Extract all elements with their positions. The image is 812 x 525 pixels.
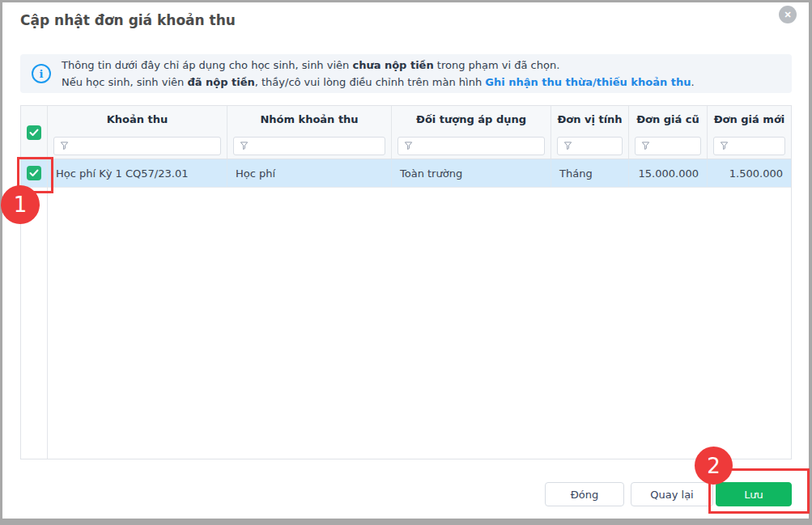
info-line2-text2: , thầy/cô vui lòng điều chỉnh trên màn h…	[255, 76, 486, 88]
column-header-don-gia-cu[interactable]: Đơn giá cũ	[629, 106, 708, 133]
checkmark-icon	[29, 169, 39, 177]
save-button[interactable]: Lưu	[716, 482, 792, 506]
filter-cell	[48, 133, 227, 159]
cell-don-gia-moi[interactable]: 1.500.000	[708, 159, 791, 187]
row-select-cell	[21, 159, 47, 188]
info-line-2: Nếu học sinh, sinh viên đã nộp tiền, thầ…	[62, 74, 695, 91]
info-line1-text: Thông tin dưới đây chỉ áp dụng cho học s…	[62, 59, 352, 71]
info-banner: i Thông tin dưới đây chỉ áp dụng cho học…	[20, 54, 792, 93]
info-line-1: Thông tin dưới đây chỉ áp dụng cho học s…	[62, 57, 695, 74]
link-ghi-nhan-thu-thua-thieu[interactable]: Ghi nhận thu thừa/thiếu khoản thu	[485, 76, 691, 88]
cell-nhom-khoan-thu: Học phí	[227, 159, 392, 187]
filter-icon	[563, 141, 572, 150]
filter-icon	[240, 141, 249, 150]
column-header-doi-tuong-ap-dung[interactable]: Đối tượng áp dụng	[392, 106, 551, 133]
table-main: Khoản thu Nhóm khoản thu Đối tượng áp dụ…	[48, 106, 791, 459]
filter-cell	[392, 133, 551, 159]
cell-khoan-thu: Học phí Kỳ 1 CQ57/23.01	[48, 159, 227, 187]
filter-input-doi-tuong-ap-dung[interactable]	[397, 137, 545, 155]
filter-input-nhom-khoan-thu[interactable]	[233, 137, 385, 155]
cell-don-gia-cu: 15.000.000	[629, 159, 708, 187]
select-all-checkbox[interactable]	[27, 125, 41, 140]
update-price-dialog: Cập nhật đơn giá khoản thu ✕ i Thông tin…	[0, 0, 812, 525]
cell-doi-tuong-ap-dung: Toàn trường	[392, 159, 551, 187]
info-banner-text: Thông tin dưới đây chỉ áp dụng cho học s…	[62, 57, 695, 91]
select-all-cell	[21, 106, 47, 159]
info-line1-bold: chưa nộp tiền	[352, 59, 433, 71]
close-button[interactable]: Đóng	[545, 482, 624, 506]
checkmark-icon	[29, 129, 39, 137]
column-header-don-vi-tinh[interactable]: Đơn vị tính	[551, 106, 629, 133]
column-header-don-gia-moi[interactable]: Đơn giá mới	[708, 106, 791, 133]
dialog-title: Cập nhật đơn giá khoản thu	[20, 12, 236, 28]
filter-icon	[60, 141, 69, 150]
row-checkbox[interactable]	[27, 166, 41, 180]
filter-icon	[641, 141, 650, 150]
close-icon[interactable]: ✕	[779, 6, 797, 23]
filter-cell	[227, 133, 392, 159]
table-header-row: Khoản thu Nhóm khoản thu Đối tượng áp dụ…	[48, 106, 791, 133]
table-row[interactable]: Học phí Kỳ 1 CQ57/23.01 Học phí Toàn trư…	[48, 159, 791, 188]
column-header-khoan-thu[interactable]: Khoản thu	[48, 106, 227, 133]
filter-input-don-vi-tinh[interactable]	[557, 137, 623, 155]
checkbox-column	[21, 106, 48, 459]
info-line2-period: .	[691, 76, 694, 88]
filter-input-khoan-thu[interactable]	[53, 137, 221, 155]
filter-input-don-gia-cu[interactable]	[635, 137, 701, 155]
filter-input-don-gia-moi[interactable]	[713, 137, 785, 155]
info-line1-text2: trong phạm vi đã chọn.	[434, 59, 560, 71]
filter-icon	[720, 141, 729, 150]
fee-table: Khoản thu Nhóm khoản thu Đối tượng áp dụ…	[20, 105, 792, 459]
info-line2-text: Nếu học sinh, sinh viên	[62, 76, 187, 88]
info-icon: i	[32, 64, 51, 83]
table-filter-row	[48, 133, 791, 159]
filter-cell	[551, 133, 629, 159]
info-line2-bold: đã nộp tiền	[187, 76, 254, 88]
filter-cell	[629, 133, 708, 159]
cell-don-vi-tinh: Tháng	[551, 159, 629, 187]
filter-icon	[404, 141, 413, 150]
column-header-nhom-khoan-thu[interactable]: Nhóm khoản thu	[227, 106, 392, 133]
filter-cell	[708, 133, 791, 159]
back-button[interactable]: Quay lại	[631, 482, 713, 506]
